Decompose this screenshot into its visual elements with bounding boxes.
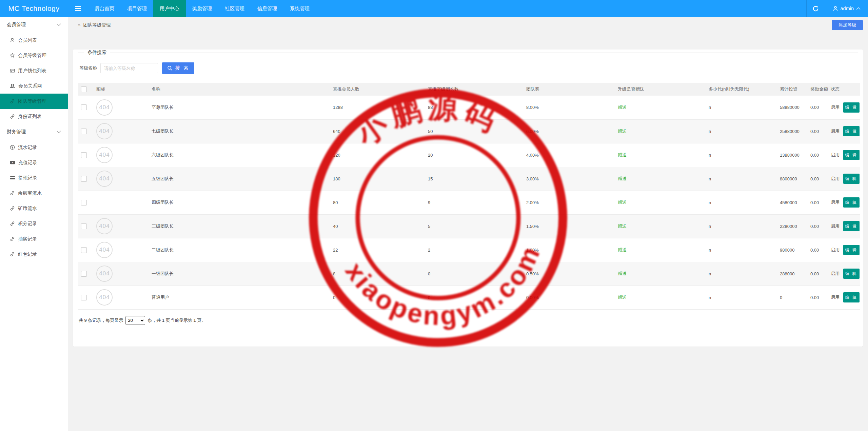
sidebar-item-抽奖记录[interactable]: 抽奖记录 bbox=[0, 231, 68, 247]
gift-status-text: 赠送 bbox=[618, 105, 627, 110]
refresh-button[interactable] bbox=[806, 0, 825, 17]
row-checkbox[interactable] bbox=[81, 200, 87, 205]
edit-button[interactable]: 编 辑 bbox=[843, 269, 860, 279]
nav-item-2[interactable]: 项目管理 bbox=[121, 0, 153, 17]
edit-button[interactable]: 编 辑 bbox=[843, 197, 860, 208]
nav-item-4[interactable]: 奖励管理 bbox=[186, 0, 218, 17]
sidebar-item-label: 身份证列表 bbox=[18, 114, 42, 120]
edit-button[interactable]: 编 辑 bbox=[843, 174, 860, 184]
column-header-team-award: 团队奖 bbox=[523, 83, 615, 96]
cell-total-invest: 25880000 bbox=[777, 119, 807, 143]
sidebar-item-会员列表[interactable]: 会员列表 bbox=[0, 33, 68, 48]
pagination-text-before: 共 9 条记录，每页显示 bbox=[79, 317, 123, 324]
search-button[interactable]: 搜 索 bbox=[162, 62, 194, 74]
sidebar-item-label: 积分记录 bbox=[18, 221, 37, 227]
edit-button[interactable]: 编 辑 bbox=[843, 221, 860, 231]
row-checkbox[interactable] bbox=[81, 152, 87, 158]
cell-checkbox bbox=[78, 191, 93, 214]
nav-item-6[interactable]: 信息管理 bbox=[251, 0, 283, 17]
sidebar-item-提现记录[interactable]: 提现记录 bbox=[0, 170, 68, 185]
sidebar-item-会员关系网[interactable]: 会员关系网 bbox=[0, 78, 68, 94]
cell-direct-members: 640 bbox=[330, 119, 425, 143]
sidebar-item-用户钱包列表[interactable]: 用户钱包列表 bbox=[0, 63, 68, 78]
svg-text:P: P bbox=[12, 161, 14, 164]
sidebar-item-余额宝流水[interactable]: 余额宝流水 bbox=[0, 185, 68, 201]
gift-status-text: 赠送 bbox=[618, 129, 627, 134]
table-row: 404七级团队长640506.00%赠送n258800000.00启用编 辑 bbox=[78, 119, 860, 143]
column-header-direct-leaders: 直推下级团长数 bbox=[425, 83, 523, 96]
row-checkbox[interactable] bbox=[81, 295, 87, 300]
row-checkbox[interactable] bbox=[81, 223, 87, 229]
edit-button[interactable]: 编 辑 bbox=[843, 245, 860, 255]
page-size-select[interactable]: 20 bbox=[125, 316, 145, 325]
link-icon bbox=[10, 206, 15, 211]
nav-item-3[interactable]: 用户中心 bbox=[153, 0, 186, 17]
cell-direct-leaders: 50 bbox=[425, 119, 523, 143]
cell-total-invest: 58880000 bbox=[777, 96, 807, 119]
select-all-checkbox[interactable] bbox=[81, 86, 87, 92]
sidebar-item-矿币流水[interactable]: 矿币流水 bbox=[0, 201, 68, 216]
cell-reward: 0.00 bbox=[807, 238, 828, 262]
cell-direct-leaders: 20 bbox=[425, 143, 523, 167]
cell-actions: 编 辑 bbox=[843, 214, 860, 238]
cell-direct-leaders: 2 bbox=[425, 238, 523, 262]
broken-image-placeholder-icon: 404 bbox=[96, 123, 113, 139]
sidebar-item-充值记录[interactable]: P充值记录 bbox=[0, 155, 68, 170]
cell-direct-leaders: 0 bbox=[425, 286, 523, 309]
levels-table: 图标名称直推会员人数直推下级团长数团队奖升级是否赠送多少代(n则为无限代)累计投… bbox=[78, 83, 860, 310]
edit-button[interactable]: 编 辑 bbox=[843, 292, 860, 302]
edit-button[interactable]: 编 辑 bbox=[843, 150, 860, 160]
cell-checkbox bbox=[78, 238, 93, 262]
cell-team-award: 8.00% bbox=[523, 96, 615, 119]
cell-actions: 编 辑 bbox=[843, 119, 860, 143]
cell-gift: 赠送 bbox=[615, 191, 706, 214]
edit-button[interactable]: 编 辑 bbox=[843, 102, 860, 113]
sidebar-item-会员等级管理[interactable]: 会员等级管理 bbox=[0, 48, 68, 63]
cell-gift: 赠送 bbox=[615, 286, 706, 309]
cell-status: 启用 bbox=[828, 191, 843, 214]
nav-item-7[interactable]: 系统管理 bbox=[283, 0, 316, 17]
sidebar-section-header-1[interactable]: 会员管理 bbox=[0, 17, 68, 33]
cell-generations: n bbox=[706, 262, 777, 286]
sidebar-item-流水记录[interactable]: 流水记录 bbox=[0, 140, 68, 155]
cell-generations: n bbox=[706, 238, 777, 262]
cell-direct-leaders: 88 bbox=[425, 96, 523, 119]
cell-team-award: 3.00% bbox=[523, 167, 615, 191]
cell-name: 二级团队长 bbox=[149, 238, 330, 262]
table-row: 四级团队长8092.00%赠送n45800000.00启用编 辑 bbox=[78, 191, 860, 214]
cell-status: 启用 bbox=[828, 167, 843, 191]
sidebar: 会员管理会员列表会员等级管理用户钱包列表会员关系网团队等级管理身份证列表财务管理… bbox=[0, 17, 68, 431]
sidebar-item-积分记录[interactable]: 积分记录 bbox=[0, 216, 68, 231]
row-checkbox[interactable] bbox=[81, 129, 87, 134]
menu-toggle-button[interactable] bbox=[68, 0, 88, 17]
cell-direct-members: 80 bbox=[330, 191, 425, 214]
sidebar-item-红包记录[interactable]: 红包记录 bbox=[0, 247, 68, 262]
sidebar-section-header-2[interactable]: 财务管理 bbox=[0, 124, 68, 140]
cell-status: 启用 bbox=[828, 96, 843, 119]
breadcrumb-row: »团队等级管理 添加等级 bbox=[68, 17, 868, 33]
app-window: MC Technology 后台首页项目管理用户中心奖励管理社区管理信息管理系统… bbox=[0, 0, 868, 431]
sidebar-item-label: 矿币流水 bbox=[18, 205, 37, 212]
user-menu[interactable]: admin bbox=[825, 0, 868, 17]
sidebar-item-label: 提现记录 bbox=[18, 175, 37, 181]
row-checkbox[interactable] bbox=[81, 176, 87, 182]
cell-direct-members: 1288 bbox=[330, 96, 425, 119]
nav-item-5[interactable]: 社区管理 bbox=[218, 0, 251, 17]
sidebar-item-身份证列表[interactable]: 身份证列表 bbox=[0, 109, 68, 124]
sidebar-item-label: 红包记录 bbox=[18, 251, 37, 257]
row-checkbox[interactable] bbox=[81, 104, 87, 110]
add-level-button[interactable]: 添加等级 bbox=[832, 20, 863, 30]
level-name-input[interactable] bbox=[100, 63, 158, 73]
cell-gift: 赠送 bbox=[615, 119, 706, 143]
sidebar-item-团队等级管理[interactable]: 团队等级管理 bbox=[0, 94, 68, 109]
nav-item-1[interactable]: 后台首页 bbox=[88, 0, 121, 17]
row-checkbox[interactable] bbox=[81, 247, 87, 253]
row-checkbox[interactable] bbox=[81, 271, 87, 277]
edit-button[interactable]: 编 辑 bbox=[843, 126, 860, 136]
cell-actions: 编 辑 bbox=[843, 143, 860, 167]
topbar-right: admin bbox=[806, 0, 868, 17]
cell-name: 普通用户 bbox=[149, 286, 330, 309]
column-header-icon: 图标 bbox=[93, 83, 149, 96]
cell-actions: 编 辑 bbox=[843, 262, 860, 286]
cell-direct-leaders: 0 bbox=[425, 262, 523, 286]
